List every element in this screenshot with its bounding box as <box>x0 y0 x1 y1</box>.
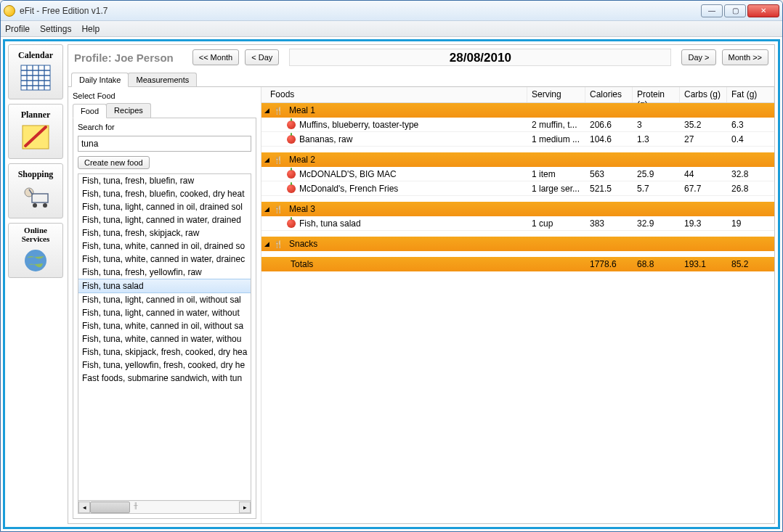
scroll-right-icon[interactable]: ▸ <box>239 502 251 513</box>
food-icon <box>285 135 298 144</box>
food-item-row[interactable]: Muffins, blueberry, toaster-type2 muffin… <box>261 118 774 132</box>
month-next-button[interactable]: Month >> <box>722 49 768 65</box>
food-list-item[interactable]: Fast foods, submarine sandwich, with tun <box>78 372 251 385</box>
meal-row[interactable]: ◢🍴Snacks <box>261 237 774 251</box>
meal-icon: 🍴 <box>272 204 285 214</box>
food-icon <box>285 120 298 129</box>
svg-rect-0 <box>21 65 50 90</box>
col-header-fat[interactable]: Fat (g) <box>727 87 774 102</box>
totals-protein: 68.8 <box>633 259 680 269</box>
meal-row[interactable]: ◢🍴Meal 2 <box>261 152 774 167</box>
search-input[interactable] <box>78 136 251 152</box>
window-title: eFit - Free Edition v1.7 <box>20 6 701 16</box>
menu-profile[interactable]: Profile <box>5 24 30 34</box>
scroll-left-icon[interactable]: ◂ <box>78 502 90 513</box>
cell-fat: 19 <box>727 218 774 229</box>
cell-fat: 6.3 <box>727 120 774 130</box>
food-list-item[interactable]: Fish, tuna, white, canned in oil, withou… <box>78 319 251 332</box>
toolbox-planner[interactable]: Planner <box>8 104 63 159</box>
titlebar: eFit - Free Edition v1.7 — ▢ ✕ <box>1 1 782 21</box>
planner-icon <box>19 122 52 152</box>
food-list-scrollbar[interactable]: ◂ ╫ ▸ <box>78 500 251 513</box>
food-list-item[interactable]: Fish, tuna salad <box>78 279 251 293</box>
food-item-row[interactable]: Bananas, raw1 medium ...104.61.3270.4 <box>261 132 774 147</box>
food-list-item[interactable]: Fish, tuna, light, canned in water, drai… <box>78 213 251 226</box>
chevron-down-icon: ◢ <box>261 240 272 247</box>
meal-row[interactable]: ◢🍴Meal 1 <box>261 103 774 118</box>
food-list-item[interactable]: Fish, tuna, white, canned in water, with… <box>78 332 251 345</box>
cell-calories: 383 <box>585 218 633 229</box>
meal-name: Meal 3 <box>285 204 527 214</box>
toolbox-planner-label: Planner <box>21 110 51 120</box>
food-item-row[interactable]: Fish, tuna salad1 cup38332.919.319 <box>261 216 774 231</box>
food-list-item[interactable]: Fish, tuna, light, canned in oil, withou… <box>78 293 251 306</box>
food-list-item[interactable]: Fish, tuna, skipjack, fresh, cooked, dry… <box>78 345 251 359</box>
cell-carbs: 19.3 <box>680 218 727 229</box>
month-prev-button[interactable]: << Month <box>192 49 239 65</box>
cell-protein: 1.3 <box>633 134 680 144</box>
close-button[interactable]: ✕ <box>747 4 779 17</box>
food-item-row[interactable]: McDonald's, French Fries1 large ser...52… <box>261 181 774 196</box>
food-icon <box>285 184 298 193</box>
calendar-icon <box>19 62 52 93</box>
cell-carbs: 35.2 <box>680 120 727 130</box>
meal-name: Meal 2 <box>285 155 527 165</box>
svg-point-14 <box>43 203 47 208</box>
main-tabrow: Daily Intake Measurements <box>68 70 774 87</box>
cell-calories: 104.6 <box>585 134 633 144</box>
cell-calories: 563 <box>585 169 633 179</box>
meal-icon: 🍴 <box>272 105 285 115</box>
cell-protein: 3 <box>633 120 680 130</box>
meal-row[interactable]: ◢🍴Meal 3 <box>261 202 774 216</box>
cell-serving: 1 item <box>527 169 585 179</box>
food-list-item[interactable]: Fish, tuna, light, canned in oil, draine… <box>78 200 251 213</box>
cell-calories: 206.6 <box>585 120 633 130</box>
scroll-thumb[interactable] <box>90 502 130 513</box>
cell-carbs: 44 <box>680 169 727 179</box>
food-list-item[interactable]: Fish, tuna, yellowfin, fresh, cooked, dr… <box>78 359 251 372</box>
svg-point-13 <box>33 203 37 208</box>
cell-calories: 521.5 <box>585 184 633 194</box>
toolbox-online-services[interactable]: Online Services <box>8 223 63 278</box>
chevron-down-icon: ◢ <box>261 107 272 114</box>
food-list-item[interactable]: Fish, tuna, fresh, yellowfin, raw <box>78 266 251 279</box>
toolbox-shopping[interactable]: Shopping <box>8 163 63 218</box>
food-list-item[interactable]: Fish, tuna, fresh, bluefin, raw <box>78 174 251 187</box>
create-new-food-button[interactable]: Create new food <box>78 156 150 169</box>
cell-serving: 1 medium ... <box>527 134 585 144</box>
cell-serving: 2 muffin, t... <box>527 120 585 130</box>
toolbox-shopping-label: Shopping <box>18 170 54 179</box>
select-food-label: Select Food <box>73 91 256 100</box>
maximize-button[interactable]: ▢ <box>724 4 746 17</box>
col-header-serving[interactable]: Serving <box>527 87 585 102</box>
day-next-button[interactable]: Day > <box>681 49 715 65</box>
cell-fat: 26.8 <box>727 184 774 194</box>
day-prev-button[interactable]: < Day <box>245 49 279 65</box>
meal-icon: 🍴 <box>272 155 285 165</box>
food-list-item[interactable]: Fish, tuna, light, canned in water, with… <box>78 306 251 319</box>
tab-measurements[interactable]: Measurements <box>128 73 197 86</box>
cell-carbs: 27 <box>680 134 727 144</box>
col-header-foods[interactable]: Foods <box>261 87 527 102</box>
toolbox-calendar[interactable]: Calendar <box>8 44 63 99</box>
cell-protein: 25.9 <box>633 169 680 179</box>
food-list-item[interactable]: Fish, tuna, fresh, bluefin, cooked, dry … <box>78 187 251 200</box>
food-list-item[interactable]: Fish, tuna, white, canned in oil, draine… <box>78 240 251 253</box>
col-header-protein[interactable]: Protein (g) <box>633 87 680 102</box>
food-list-item[interactable]: Fish, tuna, white, canned in water, drai… <box>78 253 251 266</box>
menu-settings[interactable]: Settings <box>40 24 71 34</box>
food-icon <box>285 219 298 228</box>
col-header-calories[interactable]: Calories <box>585 87 633 102</box>
subtab-food[interactable]: Food <box>73 104 107 118</box>
col-header-carbs[interactable]: Carbs (g) <box>680 87 727 102</box>
food-list-item[interactable]: Fish, tuna, fresh, skipjack, raw <box>78 226 251 240</box>
food-item-row[interactable]: McDONALD'S, BIG MAC1 item56325.94432.8 <box>261 167 774 181</box>
food-search-results[interactable]: Fish, tuna, fresh, bluefin, rawFish, tun… <box>78 173 251 514</box>
menu-help[interactable]: Help <box>81 24 100 34</box>
totals-label: Totals <box>261 259 527 269</box>
minimize-button[interactable]: — <box>701 4 723 17</box>
left-toolbox: Calendar Planner Shopping Online Service… <box>8 44 63 524</box>
subtab-recipes[interactable]: Recipes <box>106 103 151 118</box>
tab-daily-intake[interactable]: Daily Intake <box>71 73 129 87</box>
meal-name: Snacks <box>285 239 527 249</box>
